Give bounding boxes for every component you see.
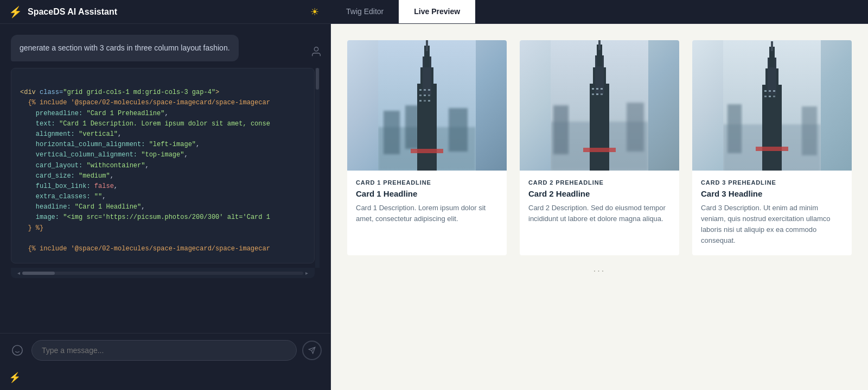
svg-rect-15 <box>426 40 428 51</box>
card-2-image <box>520 40 679 171</box>
card-3-headline: Card 3 Headline <box>701 189 843 198</box>
building-svg-2 <box>551 40 648 171</box>
tab-live-preview[interactable]: Live Preview <box>399 0 475 23</box>
card-1-preheadline: CARD 1 PREHEADLINE <box>356 179 498 186</box>
svg-rect-34 <box>598 40 601 50</box>
chat-footer: ⚡ <box>0 367 330 390</box>
svg-point-0 <box>314 47 318 51</box>
sun-icon[interactable]: ☀ <box>307 4 322 20</box>
svg-rect-24 <box>428 100 430 102</box>
card-3: CARD 3 PREHEADLINE Card 3 Headline Card … <box>692 40 852 255</box>
svg-point-1 <box>12 345 22 355</box>
svg-rect-21 <box>428 95 430 96</box>
svg-rect-51 <box>764 90 767 92</box>
card-3-img-placeholder <box>692 40 852 171</box>
horizontal-scrollbar[interactable]: ◂ ▸ <box>11 268 315 278</box>
svg-rect-25 <box>411 149 443 153</box>
card-2-body: CARD 2 PREHEADLINE Card 2 Headline Card … <box>520 171 679 233</box>
svg-rect-52 <box>769 90 771 92</box>
svg-rect-45 <box>802 106 817 155</box>
building-svg-1 <box>378 40 476 171</box>
horiz-scroll-thumb[interactable] <box>22 272 55 275</box>
svg-rect-16 <box>419 89 422 91</box>
footer-lightning-icon[interactable]: ⚡ <box>9 372 21 383</box>
svg-rect-35 <box>592 88 594 90</box>
svg-rect-38 <box>592 93 594 95</box>
code-scrollbar-thumb[interactable] <box>316 68 319 90</box>
scroll-left-icon[interactable]: ◂ <box>15 270 22 276</box>
scroll-right-icon[interactable]: ▸ <box>303 270 310 276</box>
svg-rect-39 <box>596 93 598 95</box>
header: ⚡ SpaceDS AI Assistant ☀ Twig Editor Liv… <box>0 0 868 24</box>
card-3-body: CARD 3 PREHEADLINE Card 3 Headline Card … <box>692 171 852 255</box>
svg-rect-18 <box>428 89 430 91</box>
svg-rect-9 <box>405 105 419 149</box>
svg-rect-50 <box>771 41 773 51</box>
header-tabs: Twig Editor Live Preview <box>331 0 868 23</box>
svg-rect-19 <box>419 95 422 96</box>
cards-grid: CARD 1 PREHEADLINE Card 1 Headline Card … <box>347 40 852 255</box>
message-wrapper: generate a section with 3 cards in three… <box>11 35 320 68</box>
card-2-headline: Card 2 Headline <box>528 189 671 198</box>
card-2-img-placeholder <box>520 40 679 171</box>
chat-messages[interactable]: generate a section with 3 cards in three… <box>0 24 330 333</box>
card-1-description: Card 1 Description. Lorem ipsum dolor si… <box>356 203 498 224</box>
lightning-logo-icon: ⚡ <box>9 5 22 18</box>
app-title: SpaceDS AI Assistant <box>28 7 117 17</box>
svg-rect-36 <box>596 88 598 90</box>
chat-panel: generate a section with 3 cards in three… <box>0 24 331 390</box>
user-message-text: generate a section with 3 cards in three… <box>20 43 230 52</box>
svg-rect-41 <box>583 148 616 152</box>
card-1-body: CARD 1 PREHEADLINE Card 1 Headline Card … <box>347 171 507 233</box>
svg-rect-56 <box>773 96 775 97</box>
svg-rect-54 <box>764 96 767 97</box>
header-left: ⚡ SpaceDS AI Assistant ☀ <box>0 4 331 20</box>
chat-input[interactable] <box>31 340 297 361</box>
user-avatar-icon <box>308 43 325 60</box>
card-2-description: Card 2 Description. Sed do eiusmod tempo… <box>528 203 671 224</box>
svg-rect-53 <box>773 90 775 92</box>
card-3-image <box>692 40 852 171</box>
card-1-img-placeholder <box>347 40 507 171</box>
preview-bottom-indicator: ··· <box>347 255 852 276</box>
code-block[interactable]: <div class="grid grid-cols-1 md:grid-col… <box>11 68 315 263</box>
emoji-button[interactable] <box>9 342 26 359</box>
main-layout: generate a section with 3 cards in three… <box>0 24 868 390</box>
svg-rect-40 <box>601 93 603 95</box>
tab-twig-editor[interactable]: Twig Editor <box>331 0 399 23</box>
send-button[interactable] <box>302 341 322 360</box>
horiz-scroll-track[interactable] <box>22 272 303 275</box>
building-svg-3 <box>723 40 821 171</box>
chat-input-area <box>0 333 330 367</box>
code-block-container: <div class="grid grid-cols-1 md:grid-col… <box>11 68 320 268</box>
svg-rect-55 <box>769 96 771 97</box>
svg-rect-20 <box>424 95 426 96</box>
svg-rect-17 <box>424 89 426 91</box>
code-vertical-scrollbar[interactable] <box>315 68 320 268</box>
card-1: CARD 1 PREHEADLINE Card 1 Headline Card … <box>347 40 507 255</box>
svg-rect-22 <box>419 100 422 102</box>
preview-panel[interactable]: CARD 1 PREHEADLINE Card 1 Headline Card … <box>331 24 868 390</box>
card-1-headline: Card 1 Headline <box>356 189 498 198</box>
user-message-bubble: generate a section with 3 cards in three… <box>11 35 239 61</box>
card-3-preheadline: CARD 3 PREHEADLINE <box>701 179 843 186</box>
card-3-description: Card 3 Description. Ut enim ad minim ven… <box>701 203 843 247</box>
svg-rect-23 <box>424 100 426 102</box>
svg-rect-37 <box>601 88 603 90</box>
svg-rect-28 <box>553 105 569 154</box>
card-2: CARD 2 PREHEADLINE Card 2 Headline Card … <box>520 40 679 255</box>
svg-rect-57 <box>756 147 788 151</box>
svg-rect-8 <box>384 111 400 154</box>
svg-rect-29 <box>627 103 644 152</box>
card-1-image <box>347 40 507 171</box>
card-2-preheadline: CARD 2 PREHEADLINE <box>528 179 671 186</box>
svg-rect-10 <box>449 108 468 152</box>
svg-rect-44 <box>727 104 742 153</box>
